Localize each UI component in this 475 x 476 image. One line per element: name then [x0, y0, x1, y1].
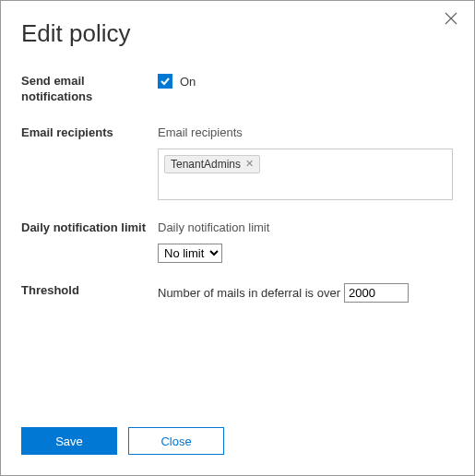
page-title: Edit policy: [21, 19, 454, 48]
daily-limit-row: Daily notification limit Daily notificat…: [21, 220, 454, 263]
threshold-label: Threshold: [21, 283, 158, 299]
recipient-tag-label: TenantAdmins: [171, 158, 241, 171]
edit-policy-panel: Edit policy Send email notifications On …: [0, 0, 475, 476]
daily-limit-sublabel: Daily notification limit: [158, 220, 454, 234]
send-email-row: Send email notifications On: [21, 74, 454, 105]
threshold-text: Number of mails in deferral is over: [158, 286, 340, 300]
recipient-tag: TenantAdmins ✕: [164, 155, 260, 173]
threshold-line: Number of mails in deferral is over: [158, 283, 454, 303]
remove-tag-icon[interactable]: ✕: [245, 159, 254, 169]
send-email-label: Send email notifications: [21, 74, 158, 105]
send-email-checkbox-wrap: On: [158, 74, 454, 89]
send-email-checkbox[interactable]: [158, 74, 172, 89]
recipients-row: Email recipients Email recipients Tenant…: [21, 125, 454, 200]
send-email-on-label: On: [180, 75, 196, 89]
threshold-row: Threshold Number of mails in deferral is…: [21, 283, 454, 303]
recipients-label: Email recipients: [21, 125, 158, 141]
save-button[interactable]: Save: [21, 427, 117, 455]
close-icon[interactable]: [445, 12, 461, 29]
button-bar: Save Close: [21, 427, 224, 455]
threshold-input[interactable]: [344, 283, 409, 303]
daily-limit-select[interactable]: No limit: [158, 244, 222, 263]
recipients-input[interactable]: TenantAdmins ✕: [158, 149, 453, 200]
recipients-sublabel: Email recipients: [158, 125, 454, 139]
close-button[interactable]: Close: [128, 427, 224, 455]
daily-limit-label: Daily notification limit: [21, 220, 158, 236]
